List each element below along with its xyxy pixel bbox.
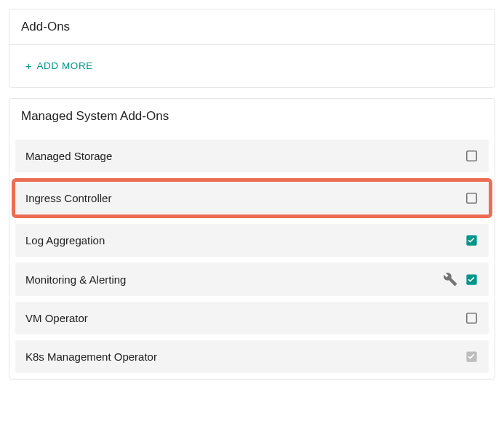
list-item-label: Ingress Controller bbox=[25, 192, 465, 204]
highlight-box: Ingress Controller bbox=[12, 178, 492, 218]
list-item-actions bbox=[465, 149, 479, 163]
checkbox[interactable] bbox=[465, 233, 479, 247]
list-item-actions bbox=[443, 272, 479, 286]
list-item: Managed Storage bbox=[15, 140, 489, 172]
svg-rect-0 bbox=[467, 151, 476, 161]
list-item: VM Operator bbox=[15, 302, 489, 334]
svg-rect-1 bbox=[467, 193, 476, 203]
list-item-label: Managed Storage bbox=[25, 150, 465, 162]
addons-card-title: Add-Ons bbox=[9, 9, 495, 45]
checkbox[interactable] bbox=[465, 311, 479, 325]
managed-addons-card: Managed System Add-Ons Managed StorageIn… bbox=[9, 98, 495, 380]
add-more-button[interactable]: + ADD MORE bbox=[25, 60, 93, 71]
list-item-label: Monitoring & Alerting bbox=[25, 273, 443, 286]
managed-addons-list: Managed StorageIngress ControllerLog Agg… bbox=[9, 134, 495, 379]
list-item-label: VM Operator bbox=[25, 312, 465, 324]
addons-card: Add-Ons + ADD MORE bbox=[9, 9, 495, 88]
list-item-actions bbox=[465, 233, 479, 247]
addons-card-body: + ADD MORE bbox=[9, 45, 495, 87]
checkbox bbox=[465, 350, 479, 364]
checkbox[interactable] bbox=[465, 149, 479, 163]
add-more-label: ADD MORE bbox=[36, 60, 93, 71]
list-item-label: K8s Management Operator bbox=[25, 350, 465, 363]
list-item-actions bbox=[465, 191, 479, 205]
managed-addons-title: Managed System Add-Ons bbox=[9, 99, 495, 134]
checkbox[interactable] bbox=[465, 273, 479, 286]
checkbox[interactable] bbox=[465, 191, 479, 205]
plus-icon: + bbox=[25, 60, 32, 71]
list-item-actions bbox=[465, 350, 479, 364]
list-item-actions bbox=[465, 311, 479, 325]
list-item: Ingress Controller bbox=[15, 182, 489, 214]
wrench-icon[interactable] bbox=[443, 272, 457, 286]
svg-rect-4 bbox=[467, 313, 476, 323]
list-item: K8s Management Operator bbox=[15, 340, 489, 373]
list-item: Monitoring & Alerting bbox=[15, 262, 489, 296]
list-item: Log Aggregation bbox=[15, 224, 489, 257]
list-item-label: Log Aggregation bbox=[25, 234, 465, 246]
